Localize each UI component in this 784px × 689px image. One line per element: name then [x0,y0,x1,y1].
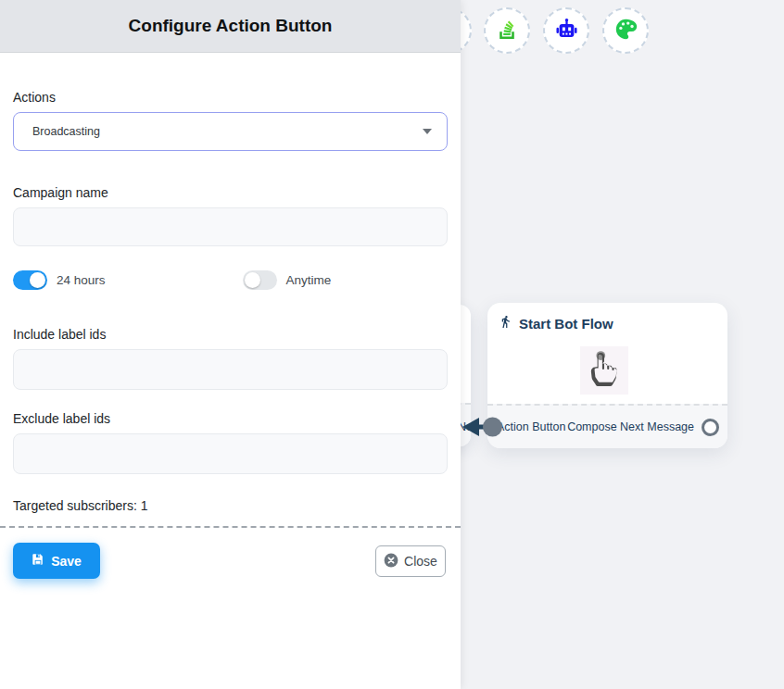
save-button-label: Save [51,554,82,569]
save-button[interactable]: Save [13,543,100,579]
output-handle[interactable] [702,419,719,436]
actions-label: Actions [13,90,448,105]
palette-icon [613,17,639,45]
input-port-label: Action Button [497,420,565,433]
exclude-label-ids-label: Exclude label ids [13,411,448,426]
close-button[interactable]: Close [375,545,446,577]
node-drag-area[interactable] [580,346,628,395]
caret-down-icon [423,129,432,134]
toolbar-item-bot[interactable] [543,7,589,54]
panel-title: Configure Action Button [0,0,461,53]
tap-hand-icon [588,350,621,391]
node-title: Start Bot Flow [519,316,613,332]
campaign-name-input[interactable] [13,207,448,246]
stack-icon [495,17,519,44]
output-port-compose-next[interactable]: Compose Next Message [567,406,727,448]
close-button-label: Close [404,554,437,569]
toolbar-item-theme[interactable] [602,7,649,54]
input-port-action-button[interactable]: Nex Action Button [487,406,565,448]
include-label-ids-input[interactable] [13,349,448,390]
24-hours-toggle[interactable] [13,270,47,290]
save-icon [32,553,44,569]
toggle-group-anytime: Anytime [243,270,332,290]
exclude-label-ids-input[interactable] [13,433,448,474]
targeted-subscribers-text: Targeted subscribers: 1 [13,498,448,513]
close-circle-icon [384,553,398,570]
actions-selected-value: Broadcasting [32,125,423,138]
toggle-knob [30,272,45,288]
node-header: Start Bot Flow [487,303,727,332]
node-footer: Nex Action Button Compose Next Message [487,404,727,448]
toolbar-item-stack[interactable] [484,7,530,54]
flow-node-start-bot-flow[interactable]: Start Bot Flow Nex Action Button Compose… [487,303,727,448]
anytime-toggle[interactable] [243,270,277,290]
schedule-toggle-row: 24 hours Anytime [13,270,448,290]
input-handle[interactable] [483,418,502,437]
actions-select[interactable]: Broadcasting [13,112,448,151]
campaign-name-label: Campaign name [13,185,448,200]
footer-divider [0,526,461,528]
toggle-knob [245,272,260,288]
robot-icon [554,17,579,45]
include-label-ids-label: Include label ids [13,327,448,342]
anytime-label: Anytime [286,273,332,287]
toggle-group-24-hours: 24 hours [13,270,106,290]
output-port-label: Compose Next Message [567,420,694,433]
24-hours-label: 24 hours [57,273,106,287]
configure-action-panel: Configure Action Button Actions Broadcas… [0,0,461,689]
walking-person-icon [499,314,512,332]
